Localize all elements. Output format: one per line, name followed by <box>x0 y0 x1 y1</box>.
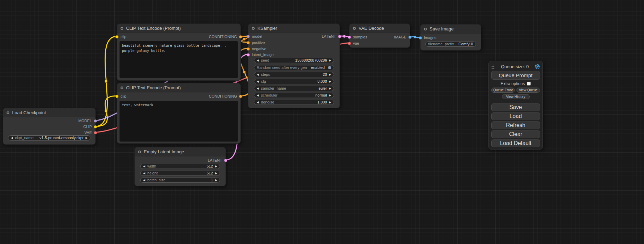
node-clip-text-encode-negative[interactable]: CLIP Text Encode (Prompt) clip CONDITION… <box>117 83 241 144</box>
empty-latent-title-bar[interactable]: Empty Latent Image <box>135 147 226 156</box>
image-port-icon[interactable] <box>419 36 422 39</box>
model-port-icon[interactable] <box>247 35 250 38</box>
decrement-arrow-icon[interactable]: ◀ <box>257 73 259 76</box>
clip-positive-input-clip[interactable]: clip <box>115 35 126 39</box>
ksampler-input-model[interactable]: model <box>247 34 262 38</box>
decrement-arrow-icon[interactable]: ◀ <box>143 179 145 182</box>
width-widget[interactable]: ◀ width 512 ▶ <box>140 164 220 169</box>
view-queue-button[interactable]: View Queue <box>517 88 540 93</box>
increment-arrow-icon[interactable]: ▶ <box>215 179 217 182</box>
seed-widget[interactable]: ◀ seed 156680208700286 ▶ <box>254 58 334 63</box>
batch-size-widget[interactable]: ◀ batch_size 1 ▶ <box>140 178 220 183</box>
save-button[interactable]: Save <box>491 103 540 111</box>
collapse-dot-icon[interactable] <box>252 27 255 30</box>
vae-port-icon[interactable] <box>348 42 351 45</box>
ksampler-input-latent-image[interactable]: latent_image <box>247 53 274 57</box>
increment-arrow-icon[interactable]: ▶ <box>329 101 331 104</box>
steps-widget[interactable]: ◀ steps 20 ▶ <box>254 72 334 77</box>
latent-port-icon[interactable] <box>224 159 227 162</box>
node-clip-text-encode-positive[interactable]: CLIP Text Encode (Prompt) clip CONDITION… <box>117 24 241 81</box>
conditioning-port-icon[interactable] <box>239 35 242 38</box>
vae-decode-input-samples[interactable]: samples <box>348 35 367 39</box>
decrement-arrow-icon[interactable]: ◀ <box>11 137 13 139</box>
increment-arrow-icon[interactable]: ▶ <box>86 137 88 139</box>
increment-arrow-icon[interactable]: ▶ <box>215 172 217 175</box>
vae-decode-title-bar[interactable]: VAE Decode <box>350 24 410 33</box>
denoise-widget[interactable]: ◀ denoise 1.000 ▶ <box>254 100 334 105</box>
random-seed-toggle[interactable]: Random seed after every gen enabled <box>254 65 334 70</box>
increment-arrow-icon[interactable]: ▶ <box>329 59 331 62</box>
clear-button[interactable]: Clear <box>491 130 540 138</box>
collapse-dot-icon[interactable] <box>424 28 427 30</box>
increment-arrow-icon[interactable]: ▶ <box>329 80 331 83</box>
vae-port-icon[interactable] <box>94 131 97 134</box>
ksampler-title-bar[interactable]: KSampler <box>248 24 339 33</box>
save-image-title-bar[interactable]: Save Image <box>421 25 481 34</box>
clip-port-icon[interactable] <box>115 35 118 38</box>
ckpt-name-widget[interactable]: ◀ ckpt_name v1-5-pruned-emaonly.ckpt ▶ <box>8 135 90 141</box>
decrement-arrow-icon[interactable]: ◀ <box>143 165 145 168</box>
negative-prompt-textarea[interactable]: text, watermark <box>120 101 238 142</box>
collapse-dot-icon[interactable] <box>138 151 141 153</box>
height-widget[interactable]: ◀ height 512 ▶ <box>140 171 220 176</box>
latent-port-icon[interactable] <box>247 53 250 56</box>
conditioning-port-icon[interactable] <box>247 47 250 51</box>
clip-encode-negative-title-bar[interactable]: CLIP Text Encode (Prompt) <box>117 83 240 92</box>
clip-port-icon[interactable] <box>115 95 118 98</box>
vae-decode-output-image[interactable]: IMAGE <box>394 35 412 39</box>
load-checkpoint-output-vae[interactable]: VAE <box>85 130 97 135</box>
load-checkpoint-output-clip[interactable]: CLIP <box>83 125 97 129</box>
extra-options-checkbox[interactable] <box>527 82 531 85</box>
clip-port-icon[interactable] <box>94 125 97 128</box>
queue-front-button[interactable]: Queue Front <box>491 88 515 93</box>
collapse-dot-icon[interactable] <box>353 27 356 30</box>
clip-encode-positive-title-bar[interactable]: CLIP Text Encode (Prompt) <box>117 24 240 33</box>
vae-decode-input-vae[interactable]: vae <box>348 41 359 45</box>
queue-prompt-button[interactable]: Queue Prompt <box>491 71 540 80</box>
conditioning-port-icon[interactable] <box>239 95 242 98</box>
node-empty-latent-image[interactable]: Empty Latent Image LATENT ◀ width 512 ▶ … <box>134 147 226 186</box>
image-port-icon[interactable] <box>408 36 412 39</box>
positive-prompt-textarea[interactable]: beautiful scenery nature glass bottle la… <box>120 41 238 78</box>
clip-positive-output-conditioning[interactable]: CONDITIONING <box>209 35 242 39</box>
decrement-arrow-icon[interactable]: ◀ <box>257 101 259 104</box>
node-vae-decode[interactable]: VAE Decode samples vae IMAGE <box>349 24 410 48</box>
decrement-arrow-icon[interactable]: ◀ <box>143 172 145 175</box>
decrement-arrow-icon[interactable]: ◀ <box>257 80 259 83</box>
node-load-checkpoint[interactable]: Load Checkpoint MODEL CLIP VAE ◀ ckpt_na… <box>3 108 96 145</box>
settings-gear-icon[interactable] <box>535 64 540 69</box>
node-ksampler[interactable]: KSampler model positive negative latent_… <box>248 24 340 108</box>
latent-port-icon[interactable] <box>338 35 341 38</box>
decrement-arrow-icon[interactable]: ◀ <box>257 87 259 90</box>
increment-arrow-icon[interactable]: ▶ <box>329 87 331 90</box>
cfg-widget[interactable]: ◀ cfg 8.000 ▶ <box>254 79 334 84</box>
conditioning-port-icon[interactable] <box>247 41 250 44</box>
filename-prefix-widget[interactable]: filename_prefix ComfyUI <box>425 42 476 47</box>
view-history-button[interactable]: View History <box>502 94 530 99</box>
node-graph-canvas[interactable]: Load Checkpoint MODEL CLIP VAE ◀ ckpt_na… <box>0 0 644 244</box>
ksampler-input-negative[interactable]: negative <box>247 47 266 51</box>
refresh-button[interactable]: Refresh <box>491 121 540 129</box>
collapse-dot-icon[interactable] <box>121 27 123 30</box>
increment-arrow-icon[interactable]: ▶ <box>215 165 217 168</box>
empty-latent-output-latent[interactable]: LATENT <box>208 158 227 162</box>
decrement-arrow-icon[interactable]: ◀ <box>257 94 259 97</box>
toggle-dot-icon[interactable] <box>328 66 331 69</box>
load-default-button[interactable]: Load Default <box>491 139 540 147</box>
collapse-dot-icon[interactable] <box>121 87 123 89</box>
save-image-input-images[interactable]: images <box>419 36 436 40</box>
clip-negative-output-conditioning[interactable]: CONDITIONING <box>209 94 242 98</box>
collapse-dot-icon[interactable] <box>7 111 9 114</box>
increment-arrow-icon[interactable]: ▶ <box>329 73 331 76</box>
load-button[interactable]: Load <box>491 112 540 120</box>
latent-port-icon[interactable] <box>348 36 351 39</box>
model-port-icon[interactable] <box>94 119 97 123</box>
load-checkpoint-output-model[interactable]: MODEL <box>78 119 97 123</box>
load-checkpoint-title-bar[interactable]: Load Checkpoint <box>3 108 95 117</box>
drag-handle-icon[interactable] <box>491 64 495 69</box>
ksampler-input-positive[interactable]: positive <box>247 40 265 45</box>
sampler-name-widget[interactable]: ◀ sampler_name euler ▶ <box>254 86 334 91</box>
scheduler-widget[interactable]: ◀ scheduler normal ▶ <box>254 93 334 98</box>
node-save-image[interactable]: Save Image images filename_prefix ComfyU… <box>420 24 481 51</box>
ksampler-output-latent[interactable]: LATENT <box>322 34 341 38</box>
